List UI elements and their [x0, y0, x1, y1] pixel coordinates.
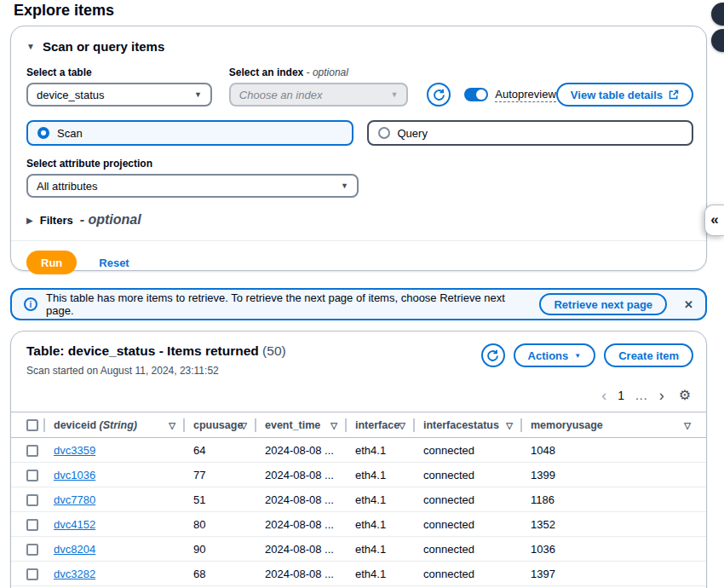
- pagination: ‹ 1 ... › ⚙: [11, 377, 706, 403]
- column-header-interfacestatus[interactable]: interfacestatus▽: [415, 412, 522, 438]
- refresh-button[interactable]: [427, 83, 451, 107]
- sort-icon[interactable]: ▽: [506, 420, 513, 429]
- row-checkbox[interactable]: [26, 544, 38, 556]
- cell-memoryusage: 1399: [522, 463, 706, 487]
- deviceid-link[interactable]: dvc7780: [54, 493, 95, 506]
- radio-unselected-icon: [378, 127, 390, 139]
- column-header-deviceid[interactable]: deviceid (String)▽: [45, 412, 185, 438]
- deviceid-link[interactable]: dvc3282: [54, 568, 95, 580]
- results-table: deviceid (String)▽cpuusage▽event_time▽in…: [11, 412, 706, 588]
- sort-icon[interactable]: ▽: [240, 420, 247, 429]
- cell-memoryusage: 1036: [522, 537, 706, 562]
- results-table-body: dvc3359642024-08-08 ...eth4.1connected10…: [11, 438, 706, 588]
- filters-label: Filters: [40, 214, 73, 227]
- column-header-memoryusage[interactable]: memoryusage▽: [522, 412, 706, 438]
- scan-radio-option[interactable]: Scan: [26, 120, 353, 146]
- sort-icon[interactable]: ▽: [330, 420, 337, 429]
- side-panel-toggle[interactable]: «: [704, 205, 724, 236]
- row-checkbox[interactable]: [26, 470, 38, 481]
- sort-icon[interactable]: ▽: [169, 420, 175, 429]
- view-table-details-button[interactable]: View table details: [556, 83, 693, 107]
- sort-icon[interactable]: ▽: [399, 420, 405, 429]
- items-count: (50): [262, 343, 286, 358]
- autopreview-toggle[interactable]: [464, 88, 488, 101]
- index-select-label: Select an index - optional: [229, 66, 408, 78]
- pagination-ellipsis: ...: [635, 389, 648, 401]
- cell-event_time: 2024-08-08 ...: [256, 438, 347, 463]
- autopreview-label[interactable]: Autopreview: [495, 88, 556, 102]
- floating-action-button-bottom[interactable]: [711, 29, 724, 52]
- attribute-projection-select[interactable]: All attributes ▼: [26, 174, 359, 198]
- checkbox-cell: [11, 487, 45, 512]
- cell-deviceid: dvc8204: [45, 537, 185, 562]
- create-item-button[interactable]: Create item: [604, 343, 693, 367]
- chevron-down-icon: ▼: [574, 352, 581, 360]
- row-checkbox[interactable]: [26, 494, 38, 506]
- scan-panel-expander[interactable]: ▼ Scan or query items: [11, 26, 706, 54]
- index-select-placeholder: Choose an index: [239, 89, 323, 101]
- preferences-gear-icon[interactable]: ⚙: [679, 387, 691, 403]
- caret-right-icon: ▶: [26, 216, 33, 225]
- attribute-projection-value: All attributes: [37, 180, 98, 193]
- column-header-interface[interactable]: interface▽: [347, 412, 415, 438]
- actions-button-label: Actions: [528, 349, 569, 362]
- info-icon: i: [24, 297, 37, 311]
- deviceid-link[interactable]: dvc1036: [54, 469, 95, 481]
- page-number[interactable]: 1: [618, 389, 624, 401]
- cell-event_time: 2024-08-08 ...: [256, 562, 347, 586]
- scan-form-row: Select a table device_status ▼ Select an…: [11, 66, 706, 107]
- sort-icon[interactable]: ▽: [684, 420, 691, 429]
- table-row: dvc3359642024-08-08 ...eth4.1connected10…: [11, 438, 706, 463]
- column-header-cpuusage[interactable]: cpuusage▽: [185, 412, 256, 438]
- cell-cpuusage: 77: [185, 463, 256, 487]
- retrieve-next-page-button[interactable]: Retrieve next page: [539, 293, 667, 315]
- row-checkbox[interactable]: [26, 445, 38, 457]
- deviceid-link[interactable]: dvc3359: [54, 444, 95, 457]
- cell-deviceid: dvc3282: [45, 562, 185, 586]
- cell-interface: eth4.1: [347, 512, 415, 537]
- cell-event_time: 2024-08-08 ...: [256, 512, 347, 537]
- previous-page-chevron-icon[interactable]: ‹: [601, 388, 606, 403]
- next-page-chevron-icon[interactable]: ›: [659, 388, 664, 403]
- checkbox-cell: [11, 463, 45, 487]
- actions-button[interactable]: Actions ▼: [514, 343, 596, 367]
- filters-expander[interactable]: ▶ Filters - optional: [26, 212, 691, 228]
- chevron-double-left-icon: «: [710, 212, 718, 227]
- run-button[interactable]: Run: [26, 251, 77, 274]
- column-label: interface: [355, 419, 399, 431]
- banner-message: This table has more items to retrieve. T…: [46, 291, 531, 317]
- scan-query-panel: ▼ Scan or query items Select a table dev…: [10, 26, 707, 271]
- cell-interface: eth4.1: [347, 562, 415, 586]
- column-header-event_time[interactable]: event_time▽: [256, 412, 347, 438]
- cell-memoryusage: 1352: [522, 512, 706, 537]
- cell-deviceid: dvc3359: [45, 438, 185, 463]
- deviceid-link[interactable]: dvc8204: [54, 543, 95, 556]
- cell-memoryusage: 1048: [522, 438, 706, 463]
- reset-button[interactable]: Reset: [99, 257, 129, 269]
- results-refresh-button[interactable]: [481, 343, 505, 367]
- checkbox-cell: [11, 537, 45, 562]
- column-label: memoryusage: [531, 419, 603, 431]
- row-checkbox[interactable]: [26, 568, 38, 580]
- cell-deviceid: dvc4152: [45, 512, 185, 537]
- table-select[interactable]: device_status ▼: [26, 83, 212, 107]
- results-title-text: Table: device_status - Items returned: [26, 343, 259, 358]
- results-title: Table: device_status - Items returned (5…: [26, 343, 286, 359]
- autopreview-control: Autopreview: [464, 83, 556, 107]
- select-all-checkbox[interactable]: [26, 419, 38, 431]
- table-row: dvc3282682024-08-08 ...eth4.1connected13…: [11, 562, 706, 586]
- cell-event_time: 2024-08-08 ...: [256, 537, 347, 562]
- table-row: dvc8204902024-08-08 ...eth4.1connected10…: [11, 537, 706, 562]
- row-checkbox[interactable]: [26, 519, 38, 531]
- column-label: deviceid: [54, 419, 96, 431]
- deviceid-link[interactable]: dvc4152: [54, 518, 95, 531]
- close-icon[interactable]: ✕: [684, 298, 693, 311]
- table-row: dvc1036772024-08-08 ...eth4.1connected13…: [11, 463, 706, 487]
- chevron-down-icon: ▼: [341, 182, 348, 190]
- cell-interfacestatus: connected: [415, 463, 522, 487]
- cell-cpuusage: 68: [185, 562, 256, 586]
- page-title: Explore items: [14, 2, 114, 20]
- floating-action-button-top[interactable]: [711, 3, 724, 26]
- index-select[interactable]: Choose an index ▼: [229, 83, 408, 107]
- query-radio-option[interactable]: Query: [367, 120, 694, 146]
